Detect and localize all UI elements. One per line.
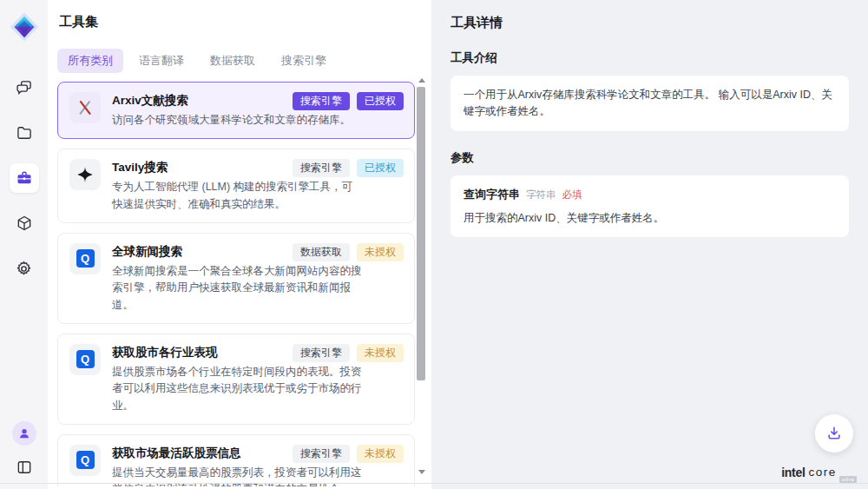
tool-description: 访问各个研究领域大量科学论文和文章的存储库。: [112, 112, 351, 129]
tool-list-panel: 工具集 所有类别语言翻译数据获取搜索引擎 Arxiv文献搜索 访问各个研究领域大…: [48, 0, 431, 489]
tavily-sparkle-icon: [76, 165, 95, 184]
scrollbar-thumb[interactable]: [417, 87, 425, 380]
sidebar-bottom: [11, 421, 37, 480]
tool-badges: 搜索引擎 已授权: [293, 92, 404, 110]
scroll-down-arrow-icon[interactable]: [418, 470, 425, 474]
sidebar-nav: [10, 73, 39, 283]
cube-icon: [16, 215, 33, 232]
sidebar-item-tools[interactable]: [10, 163, 39, 193]
params-section-label: 参数: [450, 150, 849, 166]
intro-section-label: 工具介绍: [450, 50, 849, 66]
sidebar-item-files[interactable]: [10, 118, 39, 148]
tool-icon: [69, 159, 101, 190]
param-name: 查询字符串: [464, 187, 520, 202]
tool-description: 提供股票市场各个行业在特定时间段内的表现。投资者可以利用这些信息来识别表现优于或…: [112, 364, 362, 414]
chat-icon: [16, 79, 33, 96]
auth-status-badge: 未授权: [357, 243, 404, 261]
q-logo-icon: Q: [76, 350, 95, 368]
q-logo-icon: Q: [76, 249, 95, 268]
panel-toggle-button[interactable]: [11, 454, 37, 480]
download-icon: [825, 425, 843, 442]
tool-icon: Q: [69, 445, 101, 476]
ultra-badge: ultra: [839, 476, 857, 483]
intro-text: 一个用于从Arxiv存储库搜索科学论文和文章的工具。 输入可以是Arxiv ID…: [464, 87, 836, 120]
tool-badges: 搜索引擎 未授权: [293, 344, 404, 362]
param-description: 用于搜索的Arxiv ID、关键字或作者姓名。: [464, 210, 836, 227]
auth-status-badge: 已授权: [357, 92, 404, 110]
arxiv-icon: [76, 98, 95, 117]
tool-badges: 数据获取 未授权: [293, 243, 404, 261]
sidebar-item-chat[interactable]: [10, 73, 39, 102]
scroll-up-arrow-icon[interactable]: [418, 78, 425, 83]
tool-card[interactable]: Q 获取市场最活跃股票信息 提供当天交易量最高的股票列表，投资者可以利用这些信息…: [57, 434, 415, 486]
param-type: 字符串: [526, 188, 556, 202]
gear-icon: [15, 260, 33, 278]
detail-title: 工具详情: [450, 15, 849, 31]
window-bottom-divider: [0, 483, 868, 484]
category-badge: 数据获取: [293, 243, 350, 261]
intel-core-logo: intel core ultra: [781, 466, 857, 483]
user-avatar[interactable]: [12, 421, 36, 446]
app-window: 工具集 所有类别语言翻译数据获取搜索引擎 Arxiv文献搜索 访问各个研究领域大…: [0, 0, 868, 489]
param-box: 查询字符串 字符串 必填 用于搜索的Arxiv ID、关键字或作者姓名。: [450, 175, 849, 238]
category-badge: 搜索引擎: [293, 344, 350, 362]
tool-icon: Q: [69, 344, 101, 375]
intel-logo-text: intel: [781, 466, 805, 479]
tab-0[interactable]: 所有类别: [57, 49, 123, 73]
person-icon: [17, 426, 31, 440]
category-badge: 搜索引擎: [293, 159, 350, 177]
intro-box: 一个用于从Arxiv存储库搜索科学论文和文章的工具。 输入可以是Arxiv ID…: [450, 76, 849, 131]
tab-3[interactable]: 搜索引擎: [271, 49, 337, 73]
panel-layout-icon: [16, 459, 33, 476]
tool-card[interactable]: Q 全球新闻搜索 全球新闻搜索是一个聚合全球各大新闻网站内容的搜索引擎，帮助用户…: [57, 233, 415, 324]
tool-card[interactable]: Arxiv文献搜索 访问各个研究领域大量科学论文和文章的存储库。 搜索引擎 已授…: [57, 82, 415, 139]
q-logo-icon: Q: [76, 451, 95, 469]
category-badge: 搜索引擎: [293, 92, 350, 110]
download-button[interactable]: [815, 414, 853, 453]
sidebar-item-models[interactable]: [10, 208, 39, 238]
sidebar: [0, 0, 48, 489]
tool-icon: Q: [69, 243, 101, 274]
tool-badges: 搜索引擎 未授权: [293, 445, 404, 463]
auth-status-badge: 未授权: [357, 445, 404, 463]
tab-1[interactable]: 语言翻译: [128, 49, 194, 73]
auth-status-badge: 已授权: [357, 159, 404, 177]
tool-card[interactable]: Tavily搜索 专为人工智能代理 (LLM) 构建的搜索引擎工具，可快速提供实…: [57, 149, 415, 223]
list-scrollbar[interactable]: [417, 76, 426, 476]
sidebar-item-settings[interactable]: [10, 254, 39, 283]
auth-status-badge: 未授权: [357, 344, 404, 362]
tool-description: 全球新闻搜索是一个聚合全球各大新闻网站内容的搜索引擎，帮助用户快速获取全球最新资…: [112, 263, 362, 314]
toolbox-icon: [16, 169, 33, 187]
tool-description: 专为人工智能代理 (LLM) 构建的搜索引擎工具，可快速提供实时、准确和真实的结…: [112, 179, 362, 213]
tool-icon: [69, 92, 101, 123]
app-logo-icon: [10, 12, 39, 42]
tool-badges: 搜索引擎 已授权: [293, 159, 404, 177]
category-badge: 搜索引擎: [293, 445, 350, 463]
tool-detail-panel: 工具详情 工具介绍 一个用于从Arxiv存储库搜索科学论文和文章的工具。 输入可…: [431, 0, 868, 489]
param-header: 查询字符串 字符串 必填: [464, 187, 836, 202]
core-logo-text: core: [809, 466, 837, 479]
param-required-flag: 必填: [562, 188, 582, 202]
folder-icon: [16, 124, 33, 142]
tab-2[interactable]: 数据获取: [200, 49, 266, 73]
tool-card[interactable]: Q 获取股市各行业表现 提供股票市场各个行业在特定时间段内的表现。投资者可以利用…: [57, 334, 415, 425]
tool-list: Arxiv文献搜索 访问各个研究领域大量科学论文和文章的存储库。 搜索引擎 已授…: [57, 82, 415, 486]
page-title: 工具集: [57, 14, 431, 30]
category-tabs: 所有类别语言翻译数据获取搜索引擎: [57, 49, 431, 73]
